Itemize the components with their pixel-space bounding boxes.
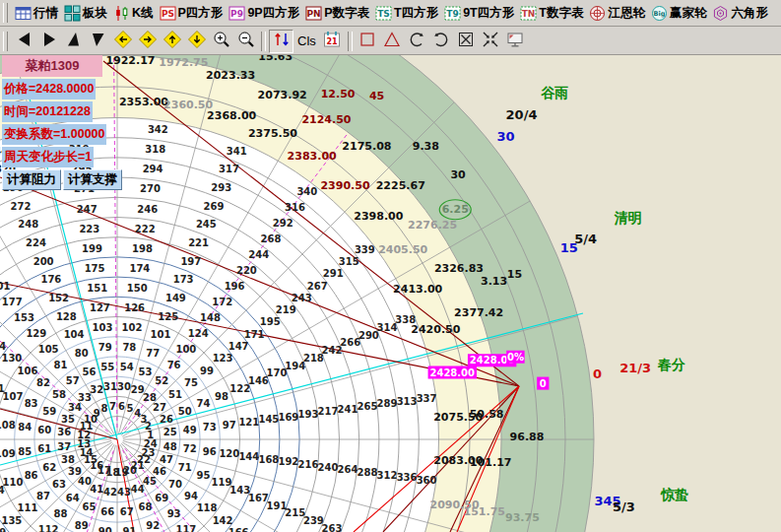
- svg-text:37: 37: [57, 441, 71, 452]
- svg-text:152: 152: [48, 293, 69, 303]
- screen-icon: [505, 30, 525, 53]
- svg-text:97: 97: [223, 420, 236, 431]
- nav-down-button[interactable]: [86, 30, 110, 53]
- zoom-out-button[interactable]: [233, 30, 258, 53]
- svg-text:127: 127: [90, 302, 110, 313]
- svg-text:25: 25: [163, 427, 177, 437]
- svg-text:317: 317: [219, 164, 239, 174]
- toolbar-grip[interactable]: [3, 3, 8, 23]
- screen-button[interactable]: [503, 30, 528, 53]
- kline-button[interactable]: K线: [110, 3, 157, 24]
- updown-arrows-button[interactable]: [269, 30, 293, 53]
- table-icon: [15, 5, 32, 22]
- svg-text:103: 103: [93, 322, 113, 333]
- price-value: 价格=2428.0000: [2, 79, 96, 100]
- svg-text:198: 198: [132, 243, 153, 254]
- sectors-button[interactable]: 板块: [61, 3, 110, 24]
- svg-text:93: 93: [167, 508, 181, 519]
- step-up-button[interactable]: [160, 30, 184, 53]
- nine-p-square-button[interactable]: P99P四方形: [226, 3, 302, 24]
- svg-text:221: 221: [188, 237, 209, 248]
- market-quotes-button[interactable]: 行情: [12, 3, 61, 24]
- svg-text:168: 168: [258, 454, 279, 465]
- rotate-cw-button[interactable]: [429, 30, 454, 53]
- rotate-ccw-icon: [407, 30, 426, 53]
- svg-text:6.25: 6.25: [442, 203, 469, 216]
- svg-text:34: 34: [68, 402, 82, 413]
- svg-text:120: 120: [219, 448, 239, 459]
- nav-up-button[interactable]: [61, 30, 86, 53]
- toolbar-grip[interactable]: [3, 32, 8, 51]
- gann-wheel-icon: [589, 5, 606, 22]
- svg-text:134: 134: [0, 485, 5, 496]
- svg-text:105: 105: [38, 344, 59, 355]
- nav-left-button[interactable]: [12, 30, 36, 53]
- svg-text:48: 48: [163, 441, 177, 452]
- svg-text:98: 98: [215, 391, 228, 402]
- cls-button[interactable]: Cls: [293, 32, 320, 50]
- box-pn-icon: PN: [305, 5, 322, 22]
- svg-text:360: 360: [417, 475, 437, 486]
- svg-text:112: 112: [38, 524, 59, 532]
- svg-text:90: 90: [98, 526, 112, 532]
- svg-text:247: 247: [77, 204, 98, 215]
- svg-text:2377.42: 2377.42: [454, 306, 503, 319]
- calc-resistance-button[interactable]: 计算阻力: [2, 169, 61, 190]
- svg-text:84: 84: [18, 422, 32, 432]
- svg-text:108: 108: [0, 420, 16, 431]
- hexagon-button[interactable]: 六角形: [709, 3, 771, 24]
- svg-text:8: 8: [101, 403, 108, 414]
- svg-text:49: 49: [183, 425, 197, 435]
- svg-text:85: 85: [18, 446, 32, 457]
- time-value: 时间=20121228: [2, 101, 93, 122]
- step-right-button[interactable]: [135, 30, 160, 53]
- converge-button[interactable]: [479, 30, 503, 53]
- svg-text:72: 72: [183, 443, 197, 454]
- svg-text:246: 246: [137, 204, 158, 215]
- svg-text:31: 31: [103, 381, 117, 392]
- svg-text:102: 102: [122, 322, 143, 333]
- svg-text:147: 147: [228, 341, 249, 352]
- step-down-button[interactable]: [184, 30, 209, 53]
- svg-text:32: 32: [90, 384, 103, 395]
- winner-wheel-button[interactable]: Big赢家轮: [648, 3, 710, 24]
- svg-text:66: 66: [100, 506, 114, 517]
- svg-text:135: 135: [1, 515, 22, 526]
- converge-icon: [481, 30, 500, 53]
- nav-down-icon: [89, 30, 108, 53]
- nine-t-square-button[interactable]: T99T四方形: [441, 3, 517, 24]
- svg-text:151.75: 151.75: [464, 505, 505, 518]
- nav-right-button[interactable]: [36, 30, 61, 53]
- step-left-button[interactable]: [110, 30, 135, 53]
- svg-text:83: 83: [25, 398, 38, 409]
- svg-text:151: 151: [87, 283, 107, 294]
- rotate-ccw-button[interactable]: [405, 30, 429, 53]
- svg-text:126: 126: [124, 302, 145, 313]
- t-number-table-button[interactable]: TNT数字表: [517, 3, 586, 24]
- square-shape-button[interactable]: [356, 30, 380, 53]
- delete-box-button[interactable]: [454, 30, 479, 53]
- svg-text:129: 129: [26, 328, 46, 339]
- svg-text:7: 7: [109, 401, 116, 412]
- svg-text:62: 62: [42, 462, 56, 473]
- svg-text:Big: Big: [653, 10, 665, 18]
- p-number-table-button[interactable]: PNP数字表: [302, 3, 372, 24]
- svg-text:6: 6: [118, 401, 125, 412]
- t-square-button[interactable]: TST四方形: [372, 3, 441, 24]
- svg-text:2375.50: 2375.50: [248, 127, 297, 140]
- svg-text:88: 88: [53, 508, 67, 519]
- svg-text:0: 0: [540, 378, 547, 389]
- zoom-in-icon: [212, 30, 231, 53]
- zoom-in-button[interactable]: [209, 30, 233, 53]
- svg-text:312: 312: [377, 470, 398, 481]
- calendar-button[interactable]: 21: [320, 30, 345, 53]
- svg-text:172: 172: [212, 297, 232, 307]
- calc-support-button[interactable]: 计算支撑: [63, 169, 122, 190]
- svg-text:149: 149: [165, 293, 186, 303]
- triangle-shape-button[interactable]: [380, 30, 405, 53]
- svg-text:9.38: 9.38: [413, 140, 439, 153]
- gann-wheel-button[interactable]: 江恩轮: [586, 3, 648, 24]
- svg-text:199: 199: [82, 243, 102, 254]
- svg-text:153: 153: [14, 312, 34, 323]
- p-square-button[interactable]: PSP四方形: [157, 3, 227, 24]
